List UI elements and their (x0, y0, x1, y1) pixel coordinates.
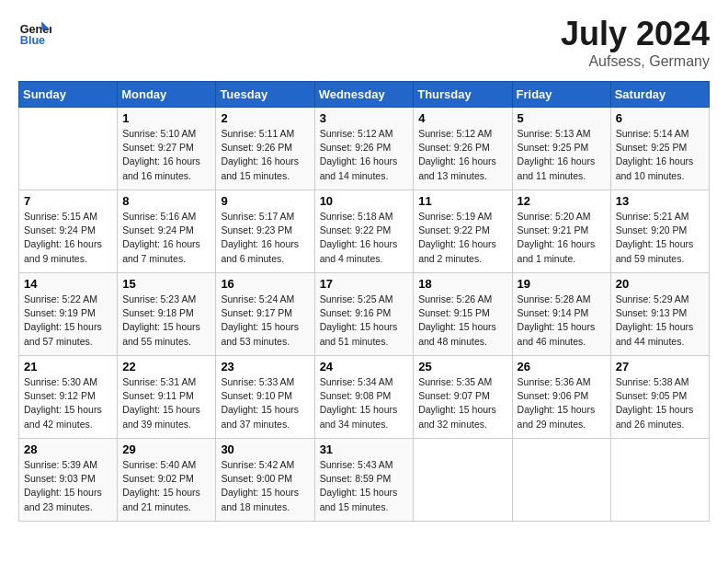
calendar-cell: 1Sunrise: 5:10 AMSunset: 9:27 PMDaylight… (118, 108, 216, 190)
day-detail: Sunrise: 5:23 AMSunset: 9:18 PMDaylight:… (122, 293, 210, 349)
day-number: 21 (24, 360, 112, 373)
day-number: 16 (221, 277, 309, 291)
calendar-cell: 31Sunrise: 5:43 AMSunset: 8:59 PMDayligh… (314, 439, 414, 522)
day-number: 18 (418, 277, 506, 291)
day-detail: Sunrise: 5:18 AMSunset: 9:22 PMDaylight:… (320, 210, 409, 266)
day-detail: Sunrise: 5:19 AMSunset: 9:22 PMDaylight:… (418, 210, 506, 266)
calendar-cell (610, 439, 709, 522)
day-detail: Sunrise: 5:16 AMSunset: 9:24 PMDaylight:… (122, 210, 210, 266)
day-detail: Sunrise: 5:15 AMSunset: 9:24 PMDaylight:… (24, 210, 112, 266)
calendar-cell: 23Sunrise: 5:33 AMSunset: 9:10 PMDayligh… (216, 356, 314, 439)
calendar-cell: 22Sunrise: 5:31 AMSunset: 9:11 PMDayligh… (118, 356, 216, 439)
day-detail: Sunrise: 5:36 AMSunset: 9:06 PMDaylight:… (518, 375, 606, 431)
logo: General Blue (18, 15, 51, 48)
logo-icon: General Blue (18, 15, 51, 48)
calendar-cell: 10Sunrise: 5:18 AMSunset: 9:22 PMDayligh… (314, 190, 414, 273)
day-number: 12 (518, 194, 606, 208)
day-detail: Sunrise: 5:42 AMSunset: 9:00 PMDaylight:… (221, 458, 309, 514)
title-block: July 2024 Aufsess, Germany (561, 15, 710, 70)
day-number: 17 (320, 277, 409, 291)
day-detail: Sunrise: 5:43 AMSunset: 8:59 PMDaylight:… (320, 458, 409, 514)
day-detail: Sunrise: 5:11 AMSunset: 9:26 PMDaylight:… (221, 127, 309, 183)
weekday-header-saturday: Saturday (610, 82, 709, 108)
day-number: 4 (418, 111, 506, 125)
calendar-cell: 27Sunrise: 5:38 AMSunset: 9:05 PMDayligh… (610, 356, 709, 439)
calendar-cell: 21Sunrise: 5:30 AMSunset: 9:12 PMDayligh… (19, 356, 118, 439)
day-number: 27 (616, 360, 704, 373)
day-number: 31 (320, 442, 409, 456)
day-detail: Sunrise: 5:17 AMSunset: 9:23 PMDaylight:… (221, 210, 309, 266)
day-detail: Sunrise: 5:13 AMSunset: 9:25 PMDaylight:… (518, 127, 606, 183)
weekday-header-wednesday: Wednesday (314, 82, 414, 108)
calendar-cell: 7Sunrise: 5:15 AMSunset: 9:24 PMDaylight… (19, 190, 118, 273)
day-number: 7 (24, 194, 112, 208)
calendar-cell: 26Sunrise: 5:36 AMSunset: 9:06 PMDayligh… (512, 356, 610, 439)
day-number: 23 (221, 360, 309, 373)
calendar-cell: 11Sunrise: 5:19 AMSunset: 9:22 PMDayligh… (414, 190, 512, 273)
calendar-cell: 15Sunrise: 5:23 AMSunset: 9:18 PMDayligh… (118, 273, 216, 356)
day-number: 29 (122, 442, 210, 456)
day-number: 10 (320, 194, 409, 208)
day-detail: Sunrise: 5:33 AMSunset: 9:10 PMDaylight:… (221, 375, 309, 431)
calendar-cell: 25Sunrise: 5:35 AMSunset: 9:07 PMDayligh… (414, 356, 512, 439)
day-number: 1 (122, 111, 210, 125)
day-number: 19 (518, 277, 606, 291)
weekday-header-sunday: Sunday (19, 82, 118, 108)
day-number: 2 (221, 111, 309, 125)
calendar-cell: 12Sunrise: 5:20 AMSunset: 9:21 PMDayligh… (512, 190, 610, 273)
day-number: 28 (24, 442, 112, 456)
calendar-cell: 30Sunrise: 5:42 AMSunset: 9:00 PMDayligh… (216, 439, 314, 522)
calendar-table: SundayMondayTuesdayWednesdayThursdayFrid… (18, 81, 710, 522)
calendar-cell: 14Sunrise: 5:22 AMSunset: 9:19 PMDayligh… (19, 273, 118, 356)
weekday-header-monday: Monday (118, 82, 216, 108)
day-number: 9 (221, 194, 309, 208)
day-number: 20 (616, 277, 704, 291)
day-number: 14 (24, 277, 112, 291)
day-detail: Sunrise: 5:35 AMSunset: 9:07 PMDaylight:… (418, 375, 506, 431)
calendar-cell: 19Sunrise: 5:28 AMSunset: 9:14 PMDayligh… (512, 273, 610, 356)
calendar-cell: 13Sunrise: 5:21 AMSunset: 9:20 PMDayligh… (610, 190, 709, 273)
weekday-header-friday: Friday (512, 82, 610, 108)
calendar-cell: 16Sunrise: 5:24 AMSunset: 9:17 PMDayligh… (216, 273, 314, 356)
page-header: General Blue July 2024 Aufsess, Germany (18, 15, 710, 70)
calendar-cell: 24Sunrise: 5:34 AMSunset: 9:08 PMDayligh… (314, 356, 414, 439)
day-detail: Sunrise: 5:40 AMSunset: 9:02 PMDaylight:… (122, 458, 210, 514)
day-detail: Sunrise: 5:39 AMSunset: 9:03 PMDaylight:… (24, 458, 112, 514)
day-detail: Sunrise: 5:24 AMSunset: 9:17 PMDaylight:… (221, 293, 309, 349)
calendar-cell: 20Sunrise: 5:29 AMSunset: 9:13 PMDayligh… (610, 273, 709, 356)
day-number: 22 (122, 360, 210, 373)
day-detail: Sunrise: 5:12 AMSunset: 9:26 PMDaylight:… (418, 127, 506, 183)
day-number: 5 (518, 111, 606, 125)
day-detail: Sunrise: 5:30 AMSunset: 9:12 PMDaylight:… (24, 375, 112, 431)
calendar-cell: 29Sunrise: 5:40 AMSunset: 9:02 PMDayligh… (118, 439, 216, 522)
calendar-cell: 18Sunrise: 5:26 AMSunset: 9:15 PMDayligh… (414, 273, 512, 356)
day-detail: Sunrise: 5:31 AMSunset: 9:11 PMDaylight:… (122, 375, 210, 431)
calendar-cell: 6Sunrise: 5:14 AMSunset: 9:25 PMDaylight… (610, 108, 709, 190)
day-number: 3 (320, 111, 409, 125)
day-detail: Sunrise: 5:25 AMSunset: 9:16 PMDaylight:… (320, 293, 409, 349)
calendar-cell (512, 439, 610, 522)
day-detail: Sunrise: 5:12 AMSunset: 9:26 PMDaylight:… (320, 127, 409, 183)
day-detail: Sunrise: 5:14 AMSunset: 9:25 PMDaylight:… (616, 127, 704, 183)
day-number: 11 (418, 194, 506, 208)
day-detail: Sunrise: 5:26 AMSunset: 9:15 PMDaylight:… (418, 293, 506, 349)
calendar-cell: 4Sunrise: 5:12 AMSunset: 9:26 PMDaylight… (414, 108, 512, 190)
calendar-cell: 9Sunrise: 5:17 AMSunset: 9:23 PMDaylight… (216, 190, 314, 273)
day-detail: Sunrise: 5:38 AMSunset: 9:05 PMDaylight:… (616, 375, 704, 431)
month-year-title: July 2024 (561, 15, 710, 53)
calendar-cell: 28Sunrise: 5:39 AMSunset: 9:03 PMDayligh… (19, 439, 118, 522)
day-number: 25 (418, 360, 506, 373)
calendar-cell (414, 439, 512, 522)
day-number: 13 (616, 194, 704, 208)
day-number: 6 (616, 111, 704, 125)
day-number: 15 (122, 277, 210, 291)
calendar-cell: 3Sunrise: 5:12 AMSunset: 9:26 PMDaylight… (314, 108, 414, 190)
day-detail: Sunrise: 5:28 AMSunset: 9:14 PMDaylight:… (518, 293, 606, 349)
calendar-cell: 8Sunrise: 5:16 AMSunset: 9:24 PMDaylight… (118, 190, 216, 273)
calendar-cell: 17Sunrise: 5:25 AMSunset: 9:16 PMDayligh… (314, 273, 414, 356)
day-detail: Sunrise: 5:34 AMSunset: 9:08 PMDaylight:… (320, 375, 409, 431)
day-number: 24 (320, 360, 409, 373)
location-subtitle: Aufsess, Germany (561, 53, 710, 70)
day-number: 30 (221, 442, 309, 456)
weekday-header-thursday: Thursday (414, 82, 512, 108)
